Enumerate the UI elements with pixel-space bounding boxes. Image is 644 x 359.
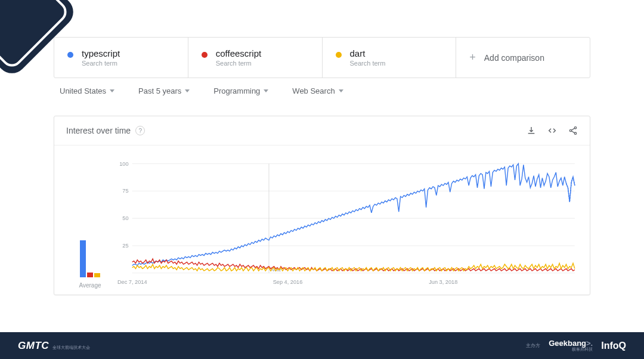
filter-region[interactable]: United States	[60, 86, 114, 95]
term-coffeescript[interactable]: coffeescript Search term	[188, 38, 323, 78]
geekbang-logo: Geekbang>. 极客邦科技	[549, 339, 593, 352]
filter-label: Programming	[213, 86, 260, 95]
average-label: Average	[79, 282, 101, 289]
avg-bar-dart	[94, 273, 100, 277]
svg-text:Sep 4, 2016: Sep 4, 2016	[273, 279, 303, 285]
footer-sponsors: 主办方 Geekbang>. 极客邦科技 InfoQ	[526, 339, 626, 352]
average-column: Average	[66, 157, 114, 289]
average-bars	[80, 176, 100, 277]
dot-icon	[202, 52, 208, 58]
footer-brand: GMTC 全球大前端技术大会	[18, 340, 90, 352]
term-subtext: Search term	[82, 60, 120, 67]
dot-icon	[336, 52, 342, 58]
term-name: typescript	[82, 48, 120, 58]
svg-text:Jun 3, 2018: Jun 3, 2018	[429, 279, 457, 285]
term-subtext: Search term	[350, 60, 386, 67]
caret-down-icon	[185, 89, 190, 92]
sponsor-label: 主办方	[526, 342, 540, 349]
svg-point-1	[569, 129, 571, 131]
add-comparison-label: Add comparison	[484, 53, 544, 63]
chart-header: Interest over time ?	[54, 116, 590, 146]
filter-label: United States	[60, 86, 106, 95]
filter-label: Past 5 years	[138, 86, 181, 95]
add-comparison-button[interactable]: + Add comparison	[456, 38, 590, 78]
infoq-logo: InfoQ	[601, 341, 626, 351]
gmtc-subtitle: 全球大前端技术大会	[52, 345, 90, 351]
caret-down-icon	[110, 89, 114, 92]
dot-icon	[67, 52, 73, 58]
term-typescript[interactable]: typescript Search term	[54, 38, 188, 78]
embed-icon[interactable]	[547, 126, 558, 135]
filter-label: Web Search	[292, 86, 335, 95]
slide-footer: GMTC 全球大前端技术大会 主办方 Geekbang>. 极客邦科技 Info…	[0, 332, 644, 359]
gmtc-logo: GMTC	[18, 340, 49, 352]
search-terms-row: typescript Search term coffeescript Sear…	[54, 37, 590, 78]
term-dart[interactable]: dart Search term	[323, 38, 457, 78]
caret-down-icon	[339, 89, 343, 92]
svg-text:50: 50	[122, 215, 128, 221]
svg-point-0	[574, 127, 576, 129]
filter-category[interactable]: Programming	[213, 86, 268, 95]
svg-text:75: 75	[122, 188, 128, 194]
share-icon[interactable]	[568, 126, 578, 135]
term-subtext: Search term	[216, 60, 261, 67]
plus-icon: +	[469, 51, 476, 64]
caret-down-icon	[264, 89, 268, 92]
chart-svg: 255075100Dec 7, 2014Sep 4, 2016Jun 3, 20…	[114, 157, 578, 289]
term-name: coffeescript	[216, 48, 261, 58]
line-chart[interactable]: 255075100Dec 7, 2014Sep 4, 2016Jun 3, 20…	[114, 157, 578, 289]
svg-text:Dec 7, 2014: Dec 7, 2014	[117, 279, 147, 285]
filters-row: United States Past 5 years Programming W…	[54, 78, 590, 104]
download-icon[interactable]	[527, 126, 536, 135]
avg-bar-typescript	[80, 240, 86, 277]
chart-body: Average 255075100Dec 7, 2014Sep 4, 2016J…	[54, 146, 590, 295]
interest-over-time-card: Interest over time ?	[54, 116, 590, 295]
filter-time[interactable]: Past 5 years	[138, 86, 190, 95]
chart-title: Interest over time	[66, 126, 131, 135]
avg-bar-coffeescript	[87, 273, 93, 277]
term-name: dart	[350, 48, 386, 58]
svg-text:100: 100	[119, 161, 128, 167]
svg-point-2	[574, 132, 576, 134]
svg-text:25: 25	[122, 243, 128, 249]
chart-actions	[527, 126, 578, 135]
google-trends-panel: typescript Search term coffeescript Sear…	[54, 37, 590, 320]
help-icon[interactable]: ?	[135, 126, 145, 135]
filter-search-type[interactable]: Web Search	[292, 86, 343, 95]
